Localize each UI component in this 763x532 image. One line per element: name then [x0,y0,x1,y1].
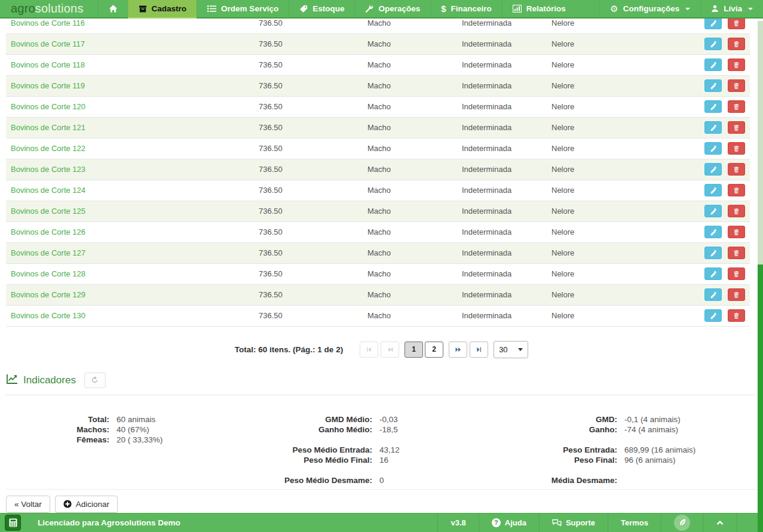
table-row: Bovinos de Corte 117 736.50 Macho Indete… [6,33,750,54]
edit-button[interactable] [704,226,722,238]
animal-name-link[interactable]: Bovinos de Corte 129 [11,290,85,299]
delete-button[interactable] [728,59,745,71]
nav-item-label: Financeiro [451,4,492,13]
stat-value: -0,1 (4 animais) [624,414,763,425]
adicionar-button[interactable]: Adicionar [55,496,118,513]
calculator-icon[interactable] [5,515,21,531]
refresh-button[interactable] [84,373,106,388]
voltar-label: « Voltar [14,500,42,509]
edit-button[interactable] [704,79,722,92]
prev-page-button[interactable] [381,342,399,358]
delete-button[interactable] [728,79,745,92]
delete-button[interactable] [728,38,745,50]
edit-button[interactable] [704,205,722,217]
nav-item-configuracoes[interactable]: ⚙ Configurações [599,0,700,17]
table-row: Bovinos de Corte 129 736.50 Macho Indete… [6,284,750,305]
nav-item-relatorios[interactable]: Relatórios [502,0,576,17]
collapse-footer-button[interactable] [703,513,737,532]
footer: Licenciado para Agrosolutions Demo v3.8 … [0,513,763,532]
animal-breed-cell: Nelore [547,222,630,242]
animal-breed-cell: Nelore [547,263,630,284]
delete-button[interactable] [728,288,745,301]
animal-name-link[interactable]: Bovinos de Corte 128 [11,269,85,278]
nav-item-home[interactable] [98,0,128,17]
delete-button[interactable] [728,163,745,176]
edit-button[interactable] [704,267,722,280]
animal-name-link[interactable]: Bovinos de Corte 130 [11,311,85,320]
delete-button[interactable] [728,142,745,155]
nav-item-user[interactable]: Lívia [700,0,763,17]
animal-name-link[interactable]: Bovinos de Corte 119 [11,81,85,90]
animal-name-link[interactable]: Bovinos de Corte 124 [11,186,85,195]
edit-button[interactable] [704,59,722,71]
animal-name-link[interactable]: Bovinos de Corte 125 [11,207,85,216]
animal-weight-cell: 736.50 [254,305,363,326]
table-row: Bovinos de Corte 118 736.50 Macho Indete… [6,54,750,75]
animal-name-link[interactable]: Bovinos de Corte 117 [11,39,85,48]
delete-button[interactable] [728,247,745,259]
ajuda-link[interactable]: ? Ajuda [479,513,539,532]
animal-sex-cell: Macho [363,96,457,117]
pencil-icon [710,229,717,236]
delete-button[interactable] [728,267,745,280]
scrollbar-track[interactable] [758,21,763,532]
indicators-title: Indicadores [23,374,76,386]
scrollbar-thumb[interactable] [758,265,763,532]
suporte-link[interactable]: Suporte [539,513,608,532]
last-page-button[interactable] [470,342,488,358]
animal-age-cell: Indeterminada [457,180,547,201]
table-row: Bovinos de Corte 120 736.50 Macho Indete… [6,96,750,117]
edit-button[interactable] [704,247,722,259]
termos-link[interactable]: Termos [608,513,661,532]
version-label: v3.8 [437,513,478,532]
edit-button[interactable] [704,288,722,301]
nav-item-estoque[interactable]: Estoque [289,0,354,17]
edit-button[interactable] [704,184,722,196]
next-page-icon [455,346,462,353]
animal-name-link[interactable]: Bovinos de Corte 127 [11,248,85,257]
animal-actions-cell [630,159,750,180]
edit-button[interactable] [704,163,722,176]
edit-button[interactable] [704,38,722,50]
animal-name-link[interactable]: Bovinos de Corte 120 [11,102,85,111]
animal-name-link[interactable]: Bovinos de Corte 116 [11,19,85,27]
animal-age-cell: Indeterminada [457,96,547,117]
first-page-button[interactable] [360,342,378,358]
pencil-icon [710,270,717,278]
animal-name-link[interactable]: Bovinos de Corte 118 [11,60,85,69]
nav-item-financeiro[interactable]: $ Financeiro [430,0,502,17]
trash-icon [733,291,740,299]
delete-button[interactable] [728,121,745,134]
next-page-button[interactable] [449,342,467,358]
page-button-2[interactable]: 2 [425,342,443,358]
delete-button[interactable] [728,309,745,322]
voltar-button[interactable]: « Voltar [6,496,50,513]
eco-badge[interactable] [661,513,703,532]
home-icon [109,4,118,13]
animal-name-link[interactable]: Bovinos de Corte 123 [11,165,85,174]
nav-item-operacoes[interactable]: Operações [354,0,430,17]
stat-label: Peso Médio Entrada: [275,445,379,455]
animal-name-link[interactable]: Bovinos de Corte 126 [11,227,85,236]
edit-button[interactable] [704,309,722,322]
delete-button[interactable] [728,226,745,238]
edit-button[interactable] [704,121,722,134]
delete-button[interactable] [728,184,745,196]
animal-name-link[interactable]: Bovinos de Corte 122 [11,144,85,153]
animal-name-link[interactable]: Bovinos de Corte 121 [11,123,85,132]
nav-item-cadastro[interactable]: Cadastro [128,0,197,19]
edit-button[interactable] [704,100,722,113]
animal-weight-cell: 736.50 [254,284,363,305]
edit-button[interactable] [704,142,722,155]
nav-item-ordem-servico[interactable]: Ordem Serviço [197,0,289,17]
animal-age-cell: Indeterminada [457,222,547,242]
delete-button[interactable] [728,100,745,113]
nav-item-label: Relatórios [526,4,566,13]
nav-item-label: Ordem Serviço [221,4,278,13]
animal-breed-cell: Nelore [547,96,630,117]
delete-button[interactable] [728,205,745,217]
pencil-icon [710,312,717,319]
animal-weight-cell: 736.50 [254,201,363,222]
page-size-select[interactable]: 30 [494,341,528,358]
page-button-1[interactable]: 1 [405,342,423,358]
